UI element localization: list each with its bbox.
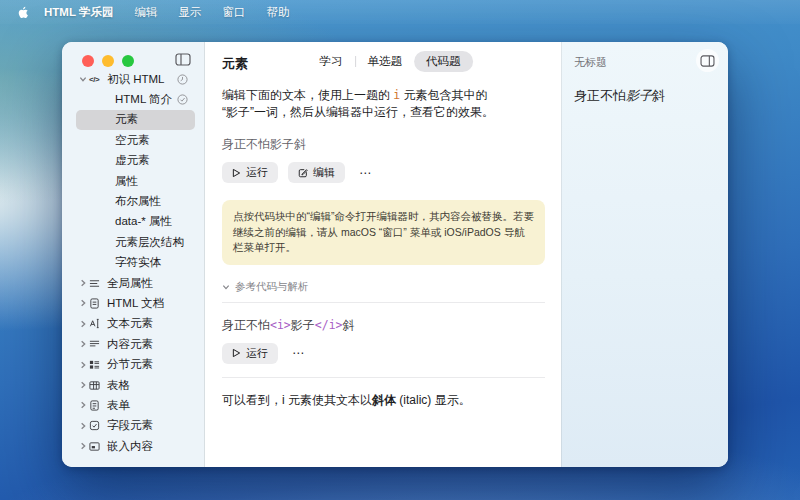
sidebar-toggle-icon[interactable] <box>175 53 191 66</box>
document-icon <box>89 298 107 309</box>
menu-item-help[interactable]: 帮助 <box>266 5 289 20</box>
main-content: 元素 学习 单选题 代码题 编辑下面的文本，使用上一题的 i 元素包含其中的“影… <box>205 42 561 467</box>
info-callout: 点按代码块中的“编辑”命令打开编辑器时，其内容会被替换。若要继续之前的编辑，请从… <box>222 200 545 265</box>
intro-paragraph: 编辑下面的文本，使用上一题的 i 元素包含其中的“影子”一词，然后从编辑器中运行… <box>222 87 499 121</box>
preview-title: 无标题 <box>574 55 716 70</box>
sidebar-item-wenbenyuansu[interactable]: 文本元素 <box>76 314 195 334</box>
sidebar-item-label: HTML 简介 <box>115 92 172 107</box>
sidebar-item-label: 元素 <box>115 112 138 127</box>
preview-toggle-button[interactable] <box>696 49 719 72</box>
reference-actions: 运行 ⋯ <box>222 343 545 364</box>
sidebar-item-label: data-* 属性 <box>115 214 172 229</box>
sidebar-item-label: 内容元素 <box>107 337 153 352</box>
sidebar-item-label: HTML 文档 <box>107 296 164 311</box>
menu-item-view[interactable]: 显示 <box>178 5 201 20</box>
sidebar-item-label: 虚元素 <box>115 153 150 168</box>
chevron-right-icon[interactable] <box>76 442 89 450</box>
sidebar-item-yuansu[interactable]: 元素 <box>76 110 195 130</box>
close-button[interactable] <box>82 55 94 67</box>
chevron-right-icon[interactable] <box>76 381 89 389</box>
chevron-down-icon <box>222 283 230 291</box>
desktop-wallpaper: HTML 学乐园 编辑 显示 窗口 帮助 <box>0 0 800 500</box>
tab-quiz[interactable]: 单选题 <box>356 51 415 72</box>
sidebar-item-intro-html[interactable]: </> 初识 HTML <box>76 69 195 89</box>
chevron-down-icon[interactable] <box>76 75 89 83</box>
sidebar-item-kongyuansu[interactable]: 空元素 <box>76 130 195 150</box>
run-button[interactable]: 运行 <box>222 343 278 364</box>
divider <box>222 377 545 378</box>
section-blocks-icon <box>89 359 107 370</box>
bold-italic-term: 斜体 <box>372 393 396 407</box>
tab-code[interactable]: 代码题 <box>414 51 473 72</box>
run-button[interactable]: 运行 <box>222 162 278 183</box>
sidebar-item-label: 全局属性 <box>107 276 153 291</box>
sidebar-item-label: 属性 <box>115 174 138 189</box>
check-circle-icon <box>177 94 188 105</box>
sidebar-item-label: 字符实体 <box>115 255 161 270</box>
sidebar-right-icon <box>700 55 715 67</box>
sidebar-item-fenjieyuansu[interactable]: 分节元素 <box>76 354 195 374</box>
sidebar-item-label: 分节元素 <box>107 357 153 372</box>
sidebar-item-label: 空元素 <box>115 133 150 148</box>
sidebar: </> 初识 HTML HTML 简介 元素 空元素 <box>62 42 205 467</box>
minimize-button[interactable] <box>102 55 114 67</box>
sidebar-item-label: 嵌入内容 <box>107 439 153 454</box>
menu-item-window[interactable]: 窗口 <box>222 5 245 20</box>
menu-app-name[interactable]: HTML 学乐园 <box>44 5 113 20</box>
embed-icon <box>89 441 107 452</box>
exercise-code-text: 身正不怕影子斜 <box>222 136 545 153</box>
html-close-tag: </i> <box>315 318 343 332</box>
form-icon <box>89 400 107 411</box>
more-button[interactable]: ⋯ <box>288 344 309 362</box>
sidebar-item-zifushiti[interactable]: 字符实体 <box>76 253 195 273</box>
menu-bar: HTML 学乐园 编辑 显示 窗口 帮助 <box>0 0 800 24</box>
chevron-right-icon[interactable] <box>76 299 89 307</box>
sidebar-item-html-wendang[interactable]: HTML 文档 <box>76 293 195 313</box>
sidebar-item-biaoge[interactable]: 表格 <box>76 375 195 395</box>
progress-clock-icon <box>177 74 188 85</box>
reference-code-text: 身正不怕<i>影子</i>斜 <box>222 317 545 334</box>
italic-text: 影子 <box>626 88 652 103</box>
chevron-right-icon[interactable] <box>76 422 89 430</box>
edit-icon <box>298 168 308 178</box>
tab-learn[interactable]: 学习 <box>308 51 355 72</box>
sidebar-item-html-jianjie[interactable]: HTML 简介 <box>76 89 195 109</box>
checkbox-icon <box>89 420 107 431</box>
sidebar-item-data-shuxing[interactable]: data-* 属性 <box>76 212 195 232</box>
menu-item-edit[interactable]: 编辑 <box>134 5 157 20</box>
sidebar-item-label: 表格 <box>107 378 130 393</box>
window-controls <box>82 55 134 67</box>
sidebar-item-cengcijiegou[interactable]: 元素层次结构 <box>76 232 195 252</box>
chevron-right-icon[interactable] <box>76 279 89 287</box>
html-open-tag: <i> <box>270 318 291 332</box>
zoom-button[interactable] <box>122 55 134 67</box>
sidebar-item-biaodan[interactable]: 表单 <box>76 395 195 415</box>
play-icon <box>232 168 241 178</box>
edit-button[interactable]: 编辑 <box>288 162 345 183</box>
sidebar-item-label: 初识 HTML <box>107 72 165 87</box>
sidebar-item-label: 布尔属性 <box>115 194 161 209</box>
sidebar-item-label: 元素层次结构 <box>115 235 184 250</box>
reference-section-header[interactable]: 参考代码与解析 <box>222 280 545 294</box>
sidebar-nav: </> 初识 HTML HTML 简介 元素 空元素 <box>62 69 204 456</box>
sidebar-item-neirongyuansu[interactable]: 内容元素 <box>76 334 195 354</box>
chevron-right-icon[interactable] <box>76 401 89 409</box>
sidebar-item-qianruneirong[interactable]: 嵌入内容 <box>76 436 195 456</box>
code-icon: </> <box>89 75 107 84</box>
sidebar-item-ziduanyuansu[interactable]: 字段元素 <box>76 416 195 436</box>
list-icon <box>89 278 107 289</box>
apple-menu-icon[interactable] <box>16 5 29 20</box>
sidebar-item-shuxing[interactable]: 属性 <box>76 171 195 191</box>
sidebar-item-buershuxing[interactable]: 布尔属性 <box>76 191 195 211</box>
mode-segmented-control: 学习 单选题 代码题 <box>308 51 473 72</box>
sidebar-item-xuyuansu[interactable]: 虚元素 <box>76 151 195 171</box>
exercise-actions: 运行 编辑 ⋯ <box>222 162 545 183</box>
chevron-right-icon[interactable] <box>76 361 89 369</box>
explanation-text: 可以看到，i 元素使其文本以斜体 (italic) 显示。 <box>222 392 545 409</box>
page-title: 元素 <box>222 55 248 73</box>
chevron-right-icon[interactable] <box>76 320 89 328</box>
more-button[interactable]: ⋯ <box>355 164 376 182</box>
sidebar-item-label: 文本元素 <box>107 316 153 331</box>
chevron-right-icon[interactable] <box>76 340 89 348</box>
sidebar-item-quanjushuxing[interactable]: 全局属性 <box>76 273 195 293</box>
